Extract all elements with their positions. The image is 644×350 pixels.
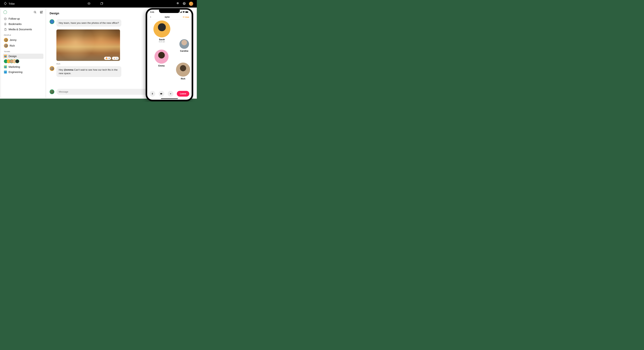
team-name: Engineering [8, 71, 22, 74]
svg-rect-14 [182, 11, 182, 13]
participant-caroline[interactable]: Caroline [180, 39, 189, 52]
nav-media[interactable]: Media & Documents [3, 27, 44, 32]
team-badge-icon: 👥 [4, 70, 7, 74]
message-bubble: Hey team, have you seen the photos of th… [56, 19, 121, 27]
avatar [180, 39, 189, 49]
home-indicator[interactable] [161, 98, 178, 99]
team-marketing[interactable]: 👥 Marketing [3, 64, 44, 69]
section-teams-label: TEAMS [3, 48, 44, 54]
message-avatar[interactable] [50, 66, 54, 71]
logo[interactable]: Tribe [4, 2, 15, 6]
composer-avatar[interactable] [50, 89, 54, 94]
status-time: 9:41 [150, 11, 154, 13]
video-button[interactable] [159, 91, 164, 97]
emoji: 🤘🏻 [113, 57, 116, 59]
audio-bars-icon [183, 16, 184, 18]
svg-rect-16 [188, 12, 188, 12]
svg-rect-21 [152, 93, 153, 94]
compose-icon[interactable] [40, 11, 43, 14]
signal-icon [180, 11, 182, 13]
avatar [4, 38, 8, 42]
team-design[interactable]: 👥 Design [3, 54, 44, 59]
count: 1 [116, 57, 118, 59]
svg-rect-11 [180, 12, 180, 13]
back-icon[interactable] [150, 16, 152, 18]
participant-name: Emma [154, 65, 168, 67]
app-name: Tribe [8, 2, 15, 5]
battery-icon [186, 11, 188, 13]
message-avatar[interactable] [50, 19, 54, 24]
cards-icon[interactable] [100, 2, 104, 6]
message-author: Rich [56, 63, 60, 65]
participant-name: Sarah [154, 38, 170, 41]
phone-mockup: 9:41 sync 11m Sarah 9:23 am Caro [146, 8, 193, 101]
reaction-rock[interactable]: 🤘🏻 1 [112, 57, 119, 60]
help-icon[interactable]: ? [182, 2, 186, 6]
person-rich[interactable]: Rich [3, 43, 44, 48]
person-name: Jenny [10, 38, 16, 41]
circles-icon[interactable] [87, 2, 91, 6]
topbar: Tribe ? [0, 0, 197, 7]
emoji: 🔥 [105, 57, 108, 59]
mini-avatar [15, 59, 19, 63]
sync-title: sync [152, 16, 183, 18]
svg-line-6 [36, 12, 36, 13]
svg-rect-18 [183, 16, 184, 18]
message-image[interactable]: 🔥 4 🤘🏻 1 [56, 29, 120, 61]
participant-time: 9:23 am [154, 41, 170, 43]
svg-rect-17 [183, 17, 183, 17]
svg-text:?: ? [184, 2, 185, 4]
svg-rect-19 [184, 17, 184, 17]
phone-notch [159, 9, 180, 13]
svg-point-5 [34, 11, 36, 13]
logo-icon [4, 2, 7, 6]
channel-title: Design [50, 12, 59, 15]
sync-header: sync 11m [147, 14, 192, 20]
sync-timer: 11m [183, 16, 189, 18]
wifi-icon [183, 11, 185, 13]
team-badge-icon: 👥 [4, 65, 7, 68]
team-members-stack[interactable] [3, 59, 44, 64]
search-icon[interactable] [34, 11, 37, 14]
nav-bookmarks[interactable]: Bookmarks [3, 21, 44, 27]
svg-rect-15 [186, 11, 188, 13]
team-name: Design [8, 55, 17, 58]
add-button[interactable] [168, 91, 174, 97]
mention[interactable]: @emma [64, 68, 73, 71]
nav-label: Media & Documents [8, 28, 32, 31]
person-jenny[interactable]: Jenny [3, 37, 44, 43]
team-engineering[interactable]: 👥 Engineering [3, 69, 44, 75]
nav-label: Follow-up [8, 17, 20, 20]
section-people-label: PEOPLE [3, 32, 44, 37]
count: 4 [108, 57, 110, 59]
svg-rect-20 [184, 17, 184, 17]
profile-avatar[interactable] [189, 2, 193, 6]
loading-spinner-icon [4, 10, 7, 14]
person-name: Rich [10, 44, 15, 47]
participant-name: Caroline [180, 50, 189, 52]
svg-rect-13 [181, 11, 181, 13]
nav-label: Bookmarks [8, 22, 22, 25]
avatar [154, 50, 168, 64]
leave-button[interactable]: Leave [177, 91, 189, 97]
message-bubble: Hey @emma Can't wait to see how our tech… [56, 66, 121, 77]
participant-sarah[interactable]: Sarah 9:23 am [154, 20, 170, 43]
team-badge-icon: 👥 [4, 55, 7, 58]
avatar [154, 20, 170, 37]
participants-grid: Sarah 9:23 am Caroline Emma Rich [147, 20, 192, 89]
sidebar: Follow-up Bookmarks Media & Documents PE… [1, 8, 45, 98]
nav-followup[interactable]: Follow-up [3, 16, 44, 21]
mic-button[interactable] [150, 91, 155, 97]
svg-rect-2 [100, 3, 102, 5]
reaction-fire[interactable]: 🔥 4 [104, 57, 111, 60]
call-controls: Leave [147, 89, 192, 100]
avatar [4, 44, 8, 48]
participant-rich[interactable]: Rich [176, 62, 190, 80]
avatar [176, 62, 190, 77]
team-name: Marketing [8, 65, 20, 68]
participant-emma[interactable]: Emma [154, 50, 168, 67]
settings-icon[interactable] [176, 2, 180, 6]
svg-rect-12 [180, 12, 181, 13]
participant-name: Rich [176, 78, 190, 80]
svg-rect-22 [160, 93, 162, 94]
